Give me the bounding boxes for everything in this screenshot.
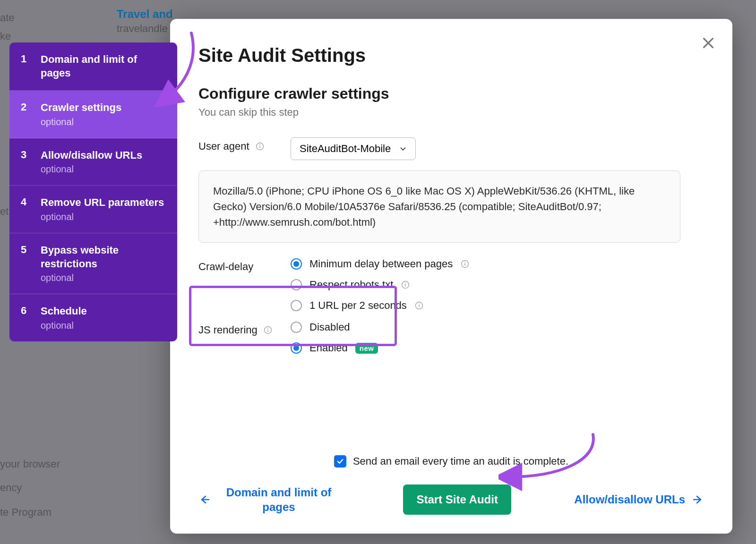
info-icon[interactable] [263, 325, 273, 335]
step-6-schedule[interactable]: 6 Schedule optional [9, 294, 177, 341]
svg-rect-11 [419, 304, 420, 305]
next-label: Allow/disallow URLs [574, 493, 685, 506]
step-title: Domain and limit of pages [41, 53, 166, 80]
email-checkbox[interactable] [334, 455, 346, 468]
step-optional: optional [41, 320, 166, 331]
step-number: 5 [21, 244, 30, 283]
user-agent-row: User agent SiteAuditBot-Mobile [198, 137, 704, 160]
bg-project-title: Travel and [117, 8, 173, 21]
radio-respect-robots[interactable] [291, 279, 302, 290]
start-site-audit-button[interactable]: Start Site Audit [403, 484, 511, 515]
radio-label: Enabled [309, 342, 348, 354]
step-optional: optional [41, 164, 166, 175]
radio-min-delay[interactable] [291, 258, 302, 270]
svg-rect-13 [267, 330, 268, 332]
step-optional: optional [41, 212, 166, 222]
radio-label: Respect robots.txt [309, 279, 393, 291]
prev-step-link[interactable]: Domain and limit of pages [198, 485, 340, 514]
user-agent-label: User agent [198, 140, 249, 153]
check-icon [336, 457, 344, 466]
info-icon[interactable] [460, 259, 470, 269]
step-4-remove-params[interactable]: 4 Remove URL parameters optional [9, 186, 177, 233]
js-rendering-label: JS rendering [198, 324, 258, 336]
user-agent-value: SiteAuditBot-Mobile [300, 143, 391, 155]
svg-rect-8 [405, 283, 406, 284]
svg-rect-1 [259, 146, 260, 148]
bg-frag-2: ke [0, 30, 11, 42]
step-title: Crawler settings [41, 101, 166, 115]
next-step-link[interactable]: Allow/disallow URLs [574, 493, 704, 506]
step-number: 6 [21, 305, 30, 331]
wizard-steps-sidebar: 1 Domain and limit of pages 2 Crawler se… [9, 42, 177, 341]
prev-label: Domain and limit of pages [217, 485, 340, 514]
step-optional: optional [41, 117, 166, 128]
svg-rect-7 [405, 284, 406, 287]
modal-title: Site Audit Settings [198, 45, 704, 66]
step-optional: optional [41, 272, 166, 283]
svg-rect-14 [267, 328, 268, 329]
radio-js-enabled[interactable] [291, 342, 302, 354]
info-icon[interactable] [414, 301, 424, 310]
svg-rect-10 [419, 305, 420, 307]
radio-label: Minimum delay between pages [309, 258, 453, 270]
modal-footer: Send an email every time an audit is com… [198, 455, 704, 515]
close-button[interactable] [701, 35, 716, 52]
step-title: Schedule [41, 305, 166, 318]
site-audit-settings-modal: Site Audit Settings Configure crawler se… [170, 19, 732, 534]
svg-rect-5 [465, 262, 466, 263]
bg-frag-1: ate [0, 12, 15, 24]
crawl-delay-row: Crawl-delay Minimum delay between pages … [198, 258, 704, 312]
step-number: 1 [21, 53, 30, 80]
step-title: Remove URL parameters [41, 196, 166, 210]
step-title: Bypass website restrictions [41, 244, 166, 271]
new-badge: new [355, 343, 378, 354]
crawl-delay-label: Crawl-delay [198, 261, 253, 273]
svg-rect-2 [259, 144, 260, 145]
user-agent-select[interactable]: SiteAuditBot-Mobile [291, 137, 416, 160]
user-agent-string: Mozilla/5.0 (iPhone; CPU iPhone OS 6_0 l… [198, 170, 680, 243]
radio-label: Disabled [309, 321, 350, 333]
bg-frag-3: et [0, 205, 9, 218]
step-number: 2 [21, 101, 30, 128]
step-number: 4 [21, 196, 30, 222]
bg-frag-program: te Program [0, 506, 52, 518]
step-3-allow-disallow[interactable]: 3 Allow/disallow URLs optional [9, 138, 177, 186]
bg-frag-browser: your browser [0, 458, 60, 470]
bg-domain: travelandle [117, 23, 168, 35]
arrow-left-icon [198, 494, 210, 505]
info-icon[interactable] [401, 280, 410, 289]
email-label: Send an email every time an audit is com… [353, 455, 568, 468]
step-5-bypass-restrictions[interactable]: 5 Bypass website restrictions optional [9, 233, 177, 294]
bg-frag-ency: ency [0, 482, 22, 494]
step-2-crawler-settings[interactable]: 2 Crawler settings optional [9, 91, 177, 138]
svg-rect-4 [465, 264, 466, 266]
step-1-domain-limit[interactable]: 1 Domain and limit of pages [9, 42, 177, 91]
skip-hint: You can skip this step [198, 106, 704, 119]
step-title: Allow/disallow URLs [41, 149, 166, 162]
chevron-down-icon [399, 145, 407, 153]
section-title: Configure crawler settings [198, 85, 704, 102]
radio-rate-limit[interactable] [291, 300, 302, 311]
radio-js-disabled[interactable] [291, 322, 302, 333]
step-number: 3 [21, 149, 30, 175]
info-icon[interactable] [255, 142, 265, 151]
arrow-right-icon [693, 494, 704, 505]
radio-label: 1 URL per 2 seconds [309, 299, 407, 312]
close-icon [701, 35, 716, 51]
js-rendering-row: JS rendering Disabled Enabled new [198, 321, 704, 354]
